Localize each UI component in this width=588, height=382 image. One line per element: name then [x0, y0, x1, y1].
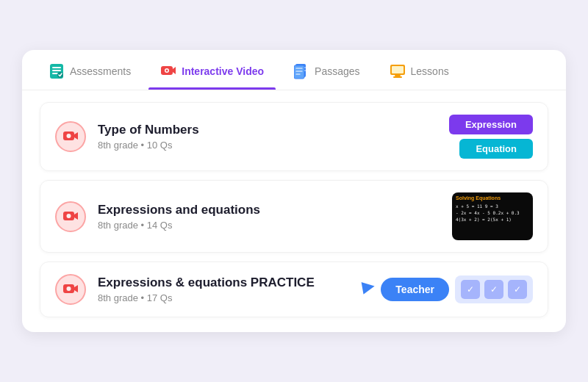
svg-point-7	[166, 70, 168, 72]
svg-rect-13	[393, 76, 402, 78]
item-video-icon	[55, 274, 86, 305]
content-area: Type of Numbers 8th grade • 10 Qs Expres…	[22, 90, 566, 332]
svg-point-17	[67, 214, 71, 218]
item-meta: 8th grade • 14 Qs	[98, 220, 440, 231]
list-item: Expressions & equations PRACTICE 8th gra…	[40, 262, 548, 317]
lessons-icon	[390, 63, 406, 79]
tab-assessments[interactable]: Assessments	[37, 50, 143, 90]
svg-point-19	[67, 286, 71, 291]
svg-rect-2	[52, 70, 61, 71]
thumbnail-line-3: 4(3x + 2) = 2(5x + 1)	[456, 216, 529, 223]
expression-tag[interactable]: Expression	[449, 115, 533, 134]
item-info: Type of Numbers 8th grade • 10 Qs	[98, 123, 437, 151]
item-info: Expressions and equations 8th grade • 14…	[98, 203, 440, 231]
tab-interactive-video[interactable]: Interactive Video	[148, 50, 276, 90]
main-card: Assessments Interactive Video	[22, 50, 566, 332]
tab-passages[interactable]: Passages	[282, 50, 371, 90]
item-info: Expressions & equations PRACTICE 8th gra…	[98, 275, 351, 303]
video-thumbnail[interactable]: Solving Equations x + 5 = 11 9 = 3 - 2x …	[452, 192, 533, 240]
passages-icon	[293, 63, 309, 79]
list-item: Expressions and equations 8th grade • 14…	[40, 180, 548, 253]
thumbnail-line-2: - 2x = 4x - 5 0.2x + 0.3	[456, 209, 529, 216]
item-title: Expressions and equations	[98, 203, 440, 217]
teacher-area: ▶ Teacher ✓ ✓ ✓	[362, 275, 533, 303]
tab-lessons-label: Lessons	[411, 65, 449, 77]
tab-bar: Assessments Interactive Video	[22, 50, 566, 90]
action-btn-3[interactable]: ✓	[508, 280, 527, 299]
svg-rect-1	[52, 67, 61, 68]
tab-interactive-video-label: Interactive Video	[182, 65, 264, 77]
tab-lessons[interactable]: Lessons	[378, 50, 461, 90]
item-title: Expressions & equations PRACTICE	[98, 275, 351, 290]
svg-rect-12	[395, 75, 401, 76]
item-actions: Expression Equation	[449, 115, 533, 159]
thumbnail-title: Solving Equations	[456, 195, 529, 201]
svg-point-15	[67, 134, 71, 138]
svg-rect-9	[294, 65, 304, 79]
thumbnail-line-1: x + 5 = 11 9 = 3	[456, 203, 529, 209]
tab-passages-label: Passages	[315, 65, 359, 77]
item-video-icon	[55, 201, 86, 232]
list-item: Type of Numbers 8th grade • 10 Qs Expres…	[40, 102, 548, 171]
action-btn-1[interactable]: ✓	[461, 280, 480, 299]
cursor-icon: ▶	[361, 276, 376, 298]
tab-assessments-label: Assessments	[70, 65, 131, 77]
teacher-action-buttons: ✓ ✓ ✓	[455, 275, 533, 303]
video-icon	[160, 63, 176, 79]
svg-rect-3	[52, 73, 58, 74]
item-meta: 8th grade • 17 Qs	[98, 292, 351, 303]
item-meta: 8th grade • 10 Qs	[98, 140, 437, 151]
item-video-icon	[55, 121, 86, 152]
item-title: Type of Numbers	[98, 123, 437, 137]
action-btn-2[interactable]: ✓	[484, 280, 503, 299]
teacher-button[interactable]: Teacher	[381, 278, 449, 301]
svg-rect-11	[392, 66, 404, 73]
equation-tag[interactable]: Equation	[459, 139, 533, 159]
assessment-icon	[49, 63, 65, 79]
